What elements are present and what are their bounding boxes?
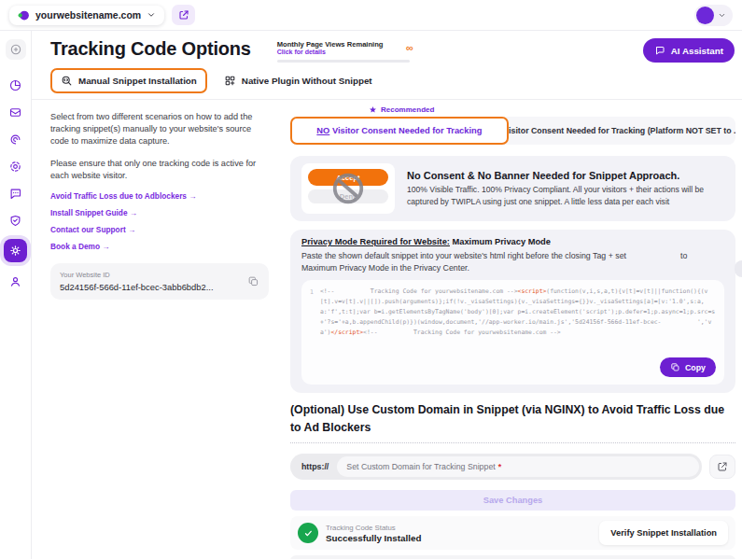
status-value: Successfully Installed [326, 533, 421, 543]
recommended-badge-label: Recommended [381, 105, 434, 114]
link-book-demo[interactable]: Book a Demo → [50, 242, 269, 251]
add-circle-icon [9, 43, 22, 56]
custom-domain-heading: (Optional) Use Custom Domain in Snippet … [290, 401, 735, 443]
verify-installation-button[interactable]: Verify Snippet Installation [599, 521, 728, 545]
left-column: Select from two different scenarios on h… [50, 100, 282, 559]
top-bar: yourwebsitename.com [0, 0, 742, 30]
no-consent-body: 100% Visible Traffic. 100% Privacy Compl… [407, 184, 724, 207]
tracking-status-card: Tracking Code Status Successfully Instal… [290, 516, 735, 550]
intro-paragraph-1: Select from two different scenarios on h… [50, 111, 269, 147]
sidebar-item-support[interactable] [6, 271, 26, 291]
sidebar-item-automation[interactable] [6, 156, 26, 176]
mail-icon [8, 105, 22, 119]
installation-tabs: Manual Snippet Installation Native Plugi… [50, 68, 736, 93]
no-consent-text: No Consent & No Banner Needed for Snippe… [407, 170, 724, 207]
support-person-icon [8, 274, 22, 288]
custom-domain-field: https:// Set Custom Domain for Tracking … [290, 454, 702, 480]
shield-check-icon [8, 214, 22, 228]
page-title: Tracking Code Options [50, 38, 251, 60]
pie-chart-icon [8, 78, 22, 92]
tab-no-consent-label: Visitor Consent Needed for Tracking [329, 126, 482, 135]
main-content: Tracking Code Options Monthly Page Views… [32, 31, 742, 559]
sidebar-item-add[interactable] [6, 39, 26, 60]
page-header: Tracking Code Options Monthly Page Views… [50, 38, 736, 63]
chevron-down-icon [147, 10, 156, 20]
tab-no-consent-prefix: NO [316, 126, 329, 135]
open-domain-button[interactable] [709, 455, 735, 479]
code-comment-close: <!-- Tracking Code for yourwebsitename.c… [363, 329, 561, 336]
custom-domain-row: https:// Set Custom Domain for Tracking … [290, 454, 735, 480]
user-menu[interactable] [694, 5, 733, 26]
check-circle-icon [298, 523, 318, 543]
chat-icon [654, 45, 665, 56]
link-avoid-traffic-loss[interactable]: Avoid Traffic Loss due to Adblockers → [50, 191, 269, 201]
privacy-mode-title: Privacy Mode Required for Website: Maxim… [301, 237, 724, 246]
page-views-progress-bar [277, 60, 410, 63]
open-website-button[interactable] [172, 5, 195, 25]
consent-banner-illustration: Accept Deny [301, 163, 395, 214]
tab-consent-needed[interactable]: Visitor Consent Needed for Tracking (Pla… [509, 117, 735, 145]
copy-icon[interactable] [247, 274, 259, 291]
code-script-close-tag: </script> [330, 329, 363, 336]
tab-manual-snippet-label: Manual Snippet Installation [78, 76, 197, 86]
page-views-value: ∞ [406, 43, 413, 53]
link-install-snippet-guide[interactable]: Install Snippet Guide → [50, 208, 269, 217]
privacy-mode-body-before: Paste the shown default snippet into you… [301, 251, 626, 260]
custom-domain-placeholder: Set Custom Domain for Tracking Snippet [346, 462, 495, 471]
code-comment-open: <!-- Tracking Code for yourwebsitename.c… [320, 287, 518, 295]
prohibition-icon [301, 163, 395, 214]
privacy-mode-title-rest: Maximum Privacy Mode [450, 237, 551, 246]
code-script-open-tag: <script> [518, 287, 547, 295]
sidebar-item-privacy[interactable] [6, 210, 26, 231]
save-changes-button[interactable]: Save Changes [290, 490, 735, 511]
panel-collapse-handle[interactable] [735, 260, 742, 277]
copy-button-label: Copy [685, 363, 706, 372]
status-text: Tracking Code Status Successfully Instal… [326, 524, 421, 543]
right-column: Recommended NO Visitor Consent Needed fo… [282, 100, 736, 559]
search-code-icon [61, 75, 73, 87]
avatar [696, 7, 714, 24]
website-id-label: Your Website ID [60, 271, 259, 279]
tab-manual-snippet[interactable]: Manual Snippet Installation [50, 68, 207, 93]
main-layout: Tracking Code Options Monthly Page Views… [0, 30, 742, 559]
sidebar-item-inbox[interactable] [6, 102, 26, 122]
link-contact-support[interactable]: Contact our Support → [50, 225, 269, 234]
external-link-icon [717, 461, 728, 472]
privacy-mode-body: Paste the shown default snippet into you… [301, 250, 724, 274]
code-line-number: 1 [310, 287, 314, 357]
spiral-icon [8, 133, 22, 147]
code-line: 1 <!-- Tracking Code for yourwebsitename… [310, 287, 716, 357]
website-selector[interactable]: yourwebsitename.com [9, 6, 164, 25]
sidebar-item-chat[interactable] [6, 183, 26, 203]
no-consent-card: Accept Deny No Consent & No Banner Neede… [290, 156, 735, 221]
ai-assistant-button[interactable]: AI Assistant [643, 38, 735, 63]
custom-domain-input[interactable]: Set Custom Domain for Tracking Snippet * [337, 456, 699, 477]
ai-assistant-label: AI Assistant [671, 46, 723, 56]
tab-native-plugin[interactable]: Native Plugin Without Snippet [222, 69, 374, 92]
status-label: Tracking Code Status [326, 524, 421, 532]
sidebar-nav [0, 31, 32, 559]
copy-snippet-button[interactable]: Copy [660, 357, 716, 377]
sidebar-item-settings[interactable] [4, 239, 27, 262]
plugin-grid-icon [224, 75, 236, 87]
page-views-widget: Monthly Page Views Remaining Click for d… [277, 40, 399, 63]
consent-tabs: NO Visitor Consent Needed for Tracking V… [290, 117, 735, 145]
no-consent-title: No Consent & No Banner Needed for Snippe… [407, 170, 724, 181]
recommended-badge: Recommended [369, 105, 735, 114]
sidebar-item-recordings[interactable] [6, 129, 26, 149]
sidebar-item-analytics[interactable] [6, 75, 26, 95]
page-views-label: Monthly Page Views Remaining [277, 40, 399, 49]
page-views-details-link[interactable]: Click for details [277, 49, 399, 55]
intro-paragraph-2: Please ensure that only one tracking cod… [50, 158, 269, 182]
website-id-card: Your Website ID 5d24156f-566d-11ef-bcec-… [50, 263, 269, 300]
tracking-code-snippet[interactable]: <!-- Tracking Code for yourwebsitename.c… [320, 287, 716, 357]
tab-no-consent[interactable]: NO Visitor Consent Needed for Tracking [290, 117, 509, 145]
app-window: yourwebsitename.com [0, 0, 742, 560]
chevron-down-icon [718, 11, 726, 20]
view-all-platforms-button[interactable]: View All Supported Platforms [290, 555, 735, 559]
content-columns: Select from two different scenarios on h… [50, 100, 736, 559]
star-icon [369, 105, 377, 114]
external-link-icon [178, 9, 189, 21]
website-favicon-icon [18, 9, 30, 21]
protocol-prefix: https:// [301, 462, 329, 471]
